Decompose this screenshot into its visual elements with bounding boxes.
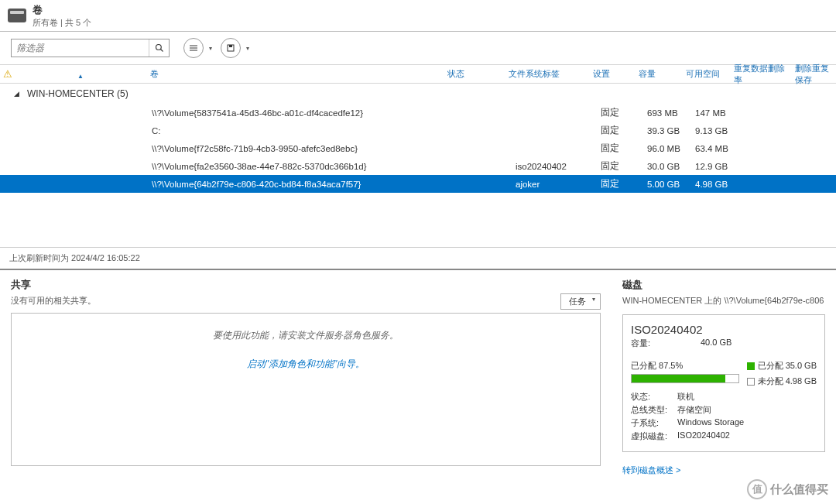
- table-row[interactable]: C: 固定 39.3 GB 9.13 GB: [0, 122, 836, 139]
- page-header: 卷 所有卷 | 共 5 个: [0, 0, 836, 31]
- share-panel-title: 共享: [11, 278, 96, 292]
- cell-volume: \\?\Volume{64b2f79e-c806-420c-bd84-f8a34…: [147, 180, 449, 189]
- table-row[interactable]: \\?\Volume{64b2f79e-c806-420c-bd84-f8a34…: [0, 175, 836, 193]
- col-free[interactable]: 可用空间: [681, 68, 728, 80]
- disk-capacity-value: 40.0 GB: [701, 338, 732, 349]
- cell-capacity: 39.3 GB: [642, 126, 690, 135]
- col-setting[interactable]: 设置: [588, 68, 634, 80]
- save-query-button[interactable]: ▾: [221, 38, 241, 58]
- disk-panel: 磁盘 WIN-HOMECENTER 上的 \\?\Volume{64b2f79e…: [612, 270, 836, 474]
- col-fslabel[interactable]: 文件系统标签: [504, 68, 588, 80]
- view-options-button[interactable]: ▾: [183, 38, 204, 58]
- tasks-dropdown-button[interactable]: 任务: [560, 293, 601, 310]
- cell-fslabel: iso20240402: [511, 162, 596, 171]
- page-subtitle: 所有卷 | 共 5 个: [33, 17, 91, 29]
- cell-free: 9.13 GB: [690, 126, 738, 135]
- search-button[interactable]: [149, 39, 169, 57]
- cell-free: 147 MB: [690, 108, 738, 118]
- allocated-legend-icon: [747, 362, 755, 370]
- share-message: 要使用此功能，请安装文件服务器角色服务。: [213, 329, 399, 342]
- table-row[interactable]: \\?\Volume{5837541a-45d3-46bc-a01c-df4ca…: [0, 104, 836, 122]
- cell-volume: \\?\Volume{fa2e3560-38ae-44e7-882c-5370d…: [147, 162, 449, 171]
- vdisk-label: 虚拟磁盘:: [631, 430, 677, 442]
- watermark-text: 什么值得买: [770, 482, 828, 497]
- svg-line-1: [160, 50, 163, 52]
- cell-free: 63.4 MB: [690, 144, 738, 153]
- svg-rect-6: [229, 45, 232, 47]
- disk-path: WIN-HOMECENTER 上的 \\?\Volume{64b2f79e-c8…: [622, 295, 825, 307]
- cell-setting: 固定: [596, 107, 642, 118]
- last-refresh-time: 上次刷新时间为 2024/4/2 16:05:22: [0, 247, 836, 269]
- subsystem-value: Windows Storage: [677, 417, 744, 429]
- disk-name: ISO20240402: [631, 323, 817, 336]
- watermark: 值 什么值得买: [747, 479, 828, 499]
- sort-indicator-icon: ▲: [77, 73, 84, 80]
- subsystem-label: 子系统:: [631, 417, 677, 429]
- cell-setting: 固定: [596, 142, 642, 154]
- cell-capacity: 96.0 MB: [642, 144, 690, 153]
- page-title: 卷: [33, 3, 91, 17]
- cell-setting: 固定: [596, 160, 642, 172]
- allocated-legend: 已分配 35.0 GB: [758, 361, 817, 370]
- collapse-icon: ◢: [14, 90, 19, 98]
- chevron-down-icon: ▾: [246, 45, 249, 52]
- col-dedup[interactable]: 重复数据删除率: [729, 63, 790, 86]
- cell-setting: 固定: [596, 178, 642, 190]
- unallocated-legend: 未分配 4.98 GB: [758, 376, 817, 386]
- col-warning[interactable]: ⚠: [0, 68, 15, 80]
- unallocated-legend-icon: [747, 378, 755, 386]
- share-panel: 共享 没有可用的相关共享。 任务 要使用此功能，请安装文件服务器角色服务。 启动…: [0, 270, 612, 474]
- goto-disk-overview-link[interactable]: 转到磁盘概述 >: [622, 465, 680, 476]
- cell-free: 12.9 GB: [690, 162, 738, 171]
- status-label: 状态:: [631, 391, 677, 403]
- cell-capacity: 693 MB: [642, 108, 690, 118]
- svg-point-0: [156, 45, 161, 50]
- table-row[interactable]: \\?\Volume{fa2e3560-38ae-44e7-882c-5370d…: [0, 157, 836, 175]
- table-row[interactable]: \\?\Volume{f72c58fc-71b9-4cb3-9950-afefc…: [0, 139, 836, 157]
- col-dedupsave[interactable]: 删除重复保存: [790, 63, 836, 86]
- cell-capacity: 5.00 GB: [642, 180, 690, 189]
- allocated-percent: 已分配 87.5%: [631, 360, 683, 372]
- cell-capacity: 30.0 GB: [642, 162, 690, 171]
- vdisk-value: ISO20240402: [677, 430, 730, 442]
- col-status[interactable]: 状态: [443, 68, 504, 80]
- disk-panel-title: 磁盘: [622, 278, 825, 292]
- group-name: WIN-HOMECENTER (5): [27, 88, 128, 99]
- disk-capacity-label: 容量:: [631, 338, 701, 349]
- disk-details-box: ISO20240402 容量: 40.0 GB 已分配 87.5% 已分配 35…: [622, 314, 825, 452]
- cell-fslabel: ajoker: [511, 180, 596, 189]
- table-header: ⚠ ▲ 卷 状态 文件系统标签 设置 容量 可用空间 重复数据删除率 删除重复保…: [0, 65, 836, 84]
- allocation-progress-bar: [631, 374, 739, 383]
- cell-volume: C:: [147, 126, 449, 135]
- watermark-icon: 值: [747, 479, 767, 499]
- search-icon: [155, 43, 164, 53]
- cell-free: 4.98 GB: [690, 180, 738, 189]
- add-roles-link[interactable]: 启动"添加角色和功能"向导。: [247, 358, 365, 371]
- bus-label: 总线类型:: [631, 404, 677, 416]
- list-icon: [190, 44, 197, 52]
- cell-setting: 固定: [596, 125, 642, 136]
- group-row[interactable]: ◢ WIN-HOMECENTER (5): [0, 84, 836, 104]
- cell-volume: \\?\Volume{5837541a-45d3-46bc-a01c-df4ca…: [147, 108, 449, 118]
- volume-icon: [8, 9, 26, 22]
- warning-icon: ⚠: [3, 68, 12, 80]
- col-capacity[interactable]: 容量: [634, 68, 681, 80]
- cell-volume: \\?\Volume{f72c58fc-71b9-4cb3-9950-afefc…: [147, 144, 449, 153]
- filter-input[interactable]: [12, 41, 149, 55]
- status-value: 联机: [677, 391, 694, 403]
- bus-value: 存储空间: [677, 404, 711, 416]
- share-panel-subtitle: 没有可用的相关共享。: [11, 295, 96, 307]
- toolbar: ▾ ▾: [0, 32, 836, 64]
- chevron-down-icon: ▾: [209, 45, 212, 52]
- col-volume[interactable]: 卷: [146, 68, 444, 80]
- save-icon: [227, 44, 235, 52]
- share-content-box: 要使用此功能，请安装文件服务器角色服务。 启动"添加角色和功能"向导。: [11, 313, 601, 466]
- filter-box: [11, 39, 170, 57]
- volumes-table: ⚠ ▲ 卷 状态 文件系统标签 设置 容量 可用空间 重复数据删除率 删除重复保…: [0, 64, 836, 193]
